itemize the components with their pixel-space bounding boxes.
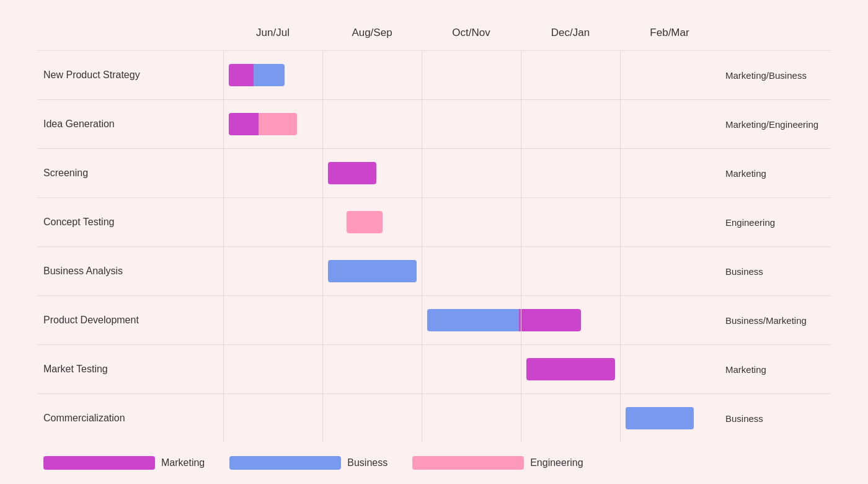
table-row: Business Analysis Business: [37, 246, 831, 295]
header-feb-mar: Feb/Mar: [620, 20, 719, 50]
cell-screening-oct-nov: [422, 149, 521, 197]
cell-screening-aug-sep: [322, 149, 422, 197]
bar-business: [427, 309, 519, 331]
header-jun-jul: Jun/Jul: [223, 20, 322, 50]
cell-business-analysis-dec-jan: [521, 247, 620, 295]
cell-screening-feb-mar: [620, 149, 719, 197]
cell-business-analysis-aug-sep: [322, 247, 422, 295]
dept-market-testing: Marketing: [719, 345, 843, 393]
row-label-screening: Screening: [37, 149, 223, 197]
cell-market-testing-dec-jan: [521, 345, 620, 393]
cell-commercialization-dec-jan: [521, 394, 620, 442]
cell-concept-testing-dec-jan: [521, 198, 620, 246]
cell-new-product-strategy-feb-mar: [620, 51, 719, 99]
legend-bar-business: [229, 456, 341, 470]
cell-new-product-strategy-jun-jul: [223, 51, 322, 99]
bar-business: [254, 64, 285, 86]
cell-screening-dec-jan: [521, 149, 620, 197]
legend-bar-engineering: [412, 456, 524, 470]
cell-idea-generation-jun-jul: [223, 100, 322, 148]
dept-commercialization: Business: [719, 394, 843, 442]
dept-product-development: Business/Marketing: [719, 296, 843, 344]
bar-engineering: [259, 113, 297, 135]
bar-group: [229, 64, 285, 86]
cell-product-development-aug-sep: [322, 296, 422, 344]
legend-item-business: Business: [229, 456, 388, 470]
row-label-product-development: Product Development: [37, 296, 223, 344]
cell-concept-testing-feb-mar: [620, 198, 719, 246]
bar-marketing: [526, 358, 615, 380]
cell-idea-generation-oct-nov: [422, 100, 521, 148]
header-oct-nov: Oct/Nov: [422, 20, 521, 50]
table-row: Commercialization Business: [37, 393, 831, 442]
column-headers: Jun/Jul Aug/Sep Oct/Nov Dec/Jan Feb/Mar: [37, 20, 831, 50]
legend: Marketing Business Engineering: [37, 456, 831, 470]
row-label-business-analysis: Business Analysis: [37, 247, 223, 295]
bar-engineering: [347, 211, 383, 233]
table-row: New Product Strategy Marketing/Business: [37, 50, 831, 99]
bar-marketing: [328, 162, 376, 184]
row-label-concept-testing: Concept Testing: [37, 198, 223, 246]
cell-market-testing-oct-nov: [422, 345, 521, 393]
bar-group: [229, 113, 297, 135]
cell-business-analysis-jun-jul: [223, 247, 322, 295]
cell-concept-testing-jun-jul: [223, 198, 322, 246]
cell-product-development-feb-mar: [620, 296, 719, 344]
legend-label-marketing: Marketing: [161, 457, 205, 468]
cell-screening-jun-jul: [223, 149, 322, 197]
cell-commercialization-jun-jul: [223, 394, 322, 442]
cell-business-analysis-feb-mar: [620, 247, 719, 295]
legend-item-marketing: Marketing: [43, 456, 205, 470]
table-row: Market Testing Marketing: [37, 344, 831, 393]
cell-new-product-strategy-aug-sep: [322, 51, 422, 99]
cell-market-testing-jun-jul: [223, 345, 322, 393]
row-label-commercialization: Commercialization: [37, 394, 223, 442]
cell-commercialization-feb-mar: [620, 394, 719, 442]
dept-new-product-strategy: Marketing/Business: [719, 51, 843, 99]
bar-marketing: [229, 113, 259, 135]
dept-business-analysis: Business: [719, 247, 843, 295]
cell-product-development-oct-nov: [422, 296, 521, 344]
bar-business: [328, 260, 417, 282]
row-label-market-testing: Market Testing: [37, 345, 223, 393]
cell-idea-generation-aug-sep: [322, 100, 422, 148]
legend-item-engineering: Engineering: [412, 456, 583, 470]
bar-business: [626, 407, 694, 429]
dept-concept-testing: Engineering: [719, 198, 843, 246]
dept-idea-generation: Marketing/Engineering: [719, 100, 843, 148]
table-row: Idea Generation Marketing/Engineering: [37, 99, 831, 148]
cell-business-analysis-oct-nov: [422, 247, 521, 295]
table-row: Product Development Business/Marketing: [37, 295, 831, 344]
legend-label-engineering: Engineering: [530, 457, 583, 468]
cell-new-product-strategy-dec-jan: [521, 51, 620, 99]
gantt-chart: Jun/Jul Aug/Sep Oct/Nov Dec/Jan Feb/Mar …: [25, 2, 843, 482]
cell-market-testing-feb-mar: [620, 345, 719, 393]
row-label-new-product-strategy: New Product Strategy: [37, 51, 223, 99]
cell-concept-testing-oct-nov: [422, 198, 521, 246]
cell-market-testing-aug-sep: [322, 345, 422, 393]
cell-concept-testing-aug-sep: [322, 198, 422, 246]
cell-product-development-dec-jan: [521, 296, 620, 344]
header-aug-sep: Aug/Sep: [322, 20, 422, 50]
cell-idea-generation-dec-jan: [521, 100, 620, 148]
legend-bar-marketing: [43, 456, 155, 470]
legend-label-business: Business: [347, 457, 388, 468]
bar-marketing: [229, 64, 254, 86]
header-dec-jan: Dec/Jan: [521, 20, 620, 50]
row-label-idea-generation: Idea Generation: [37, 100, 223, 148]
cell-new-product-strategy-oct-nov: [422, 51, 521, 99]
cell-product-development-jun-jul: [223, 296, 322, 344]
cell-commercialization-oct-nov: [422, 394, 521, 442]
dept-screening: Marketing: [719, 149, 843, 197]
table-row: Concept Testing Engineering: [37, 197, 831, 246]
cell-idea-generation-feb-mar: [620, 100, 719, 148]
table-row: Screening Marketing: [37, 148, 831, 197]
cell-commercialization-aug-sep: [322, 394, 422, 442]
